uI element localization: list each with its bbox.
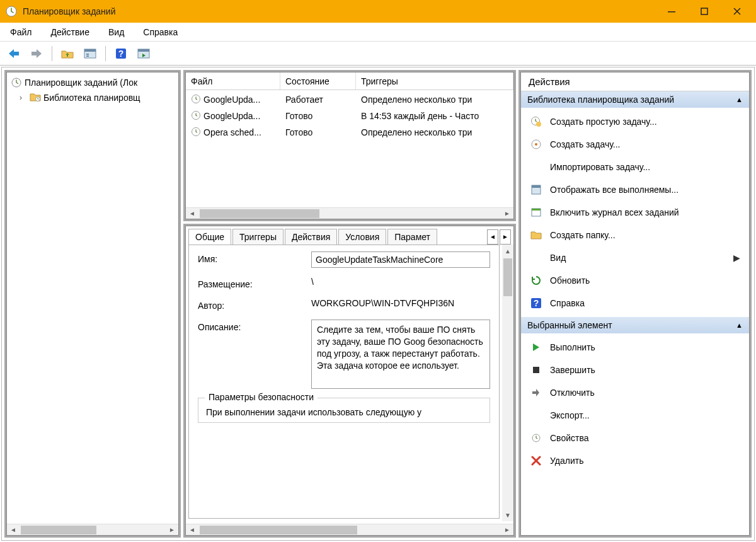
col-file[interactable]: Файл xyxy=(186,72,280,89)
close-button[interactable] xyxy=(721,0,753,23)
section-selected[interactable]: Выбранный элемент ▲ xyxy=(521,317,749,333)
table-row[interactable]: GoogleUpda... Работает Определено нескол… xyxy=(186,91,513,108)
tab-triggers[interactable]: Триггеры xyxy=(232,229,284,245)
col-triggers[interactable]: Триггеры xyxy=(356,72,513,89)
help-icon: ? xyxy=(530,297,542,309)
action-label: Включить журнал всех заданий xyxy=(550,207,679,217)
tree-hscroll[interactable]: ◄► xyxy=(7,524,178,535)
svg-rect-21 xyxy=(532,185,541,188)
col-state[interactable]: Состояние xyxy=(280,72,356,89)
tab-general[interactable]: Общие xyxy=(188,229,231,245)
svg-rect-23 xyxy=(532,209,541,210)
tab-conditions[interactable]: Условия xyxy=(338,229,386,245)
minimize-button[interactable] xyxy=(655,0,688,23)
security-legend: Параметры безопасности xyxy=(205,392,318,402)
clock-icon xyxy=(191,110,201,122)
maximize-button[interactable] xyxy=(688,0,721,23)
stop-icon xyxy=(530,364,542,376)
list-icon xyxy=(530,183,542,196)
tab-actions[interactable]: Действия xyxy=(285,229,337,245)
menubar: Файл Действие Вид Справка xyxy=(0,23,756,42)
details-vscroll[interactable]: ▲▼ xyxy=(502,245,513,521)
label-name: Имя: xyxy=(198,251,311,264)
clock-icon xyxy=(191,127,201,139)
clock-gear-icon xyxy=(530,138,542,151)
back-button[interactable] xyxy=(5,45,23,62)
tab-scroll-left[interactable]: ◄ xyxy=(487,229,498,245)
action-delete[interactable]: Удалить xyxy=(521,449,749,472)
folder-icon xyxy=(30,92,41,104)
svg-rect-5 xyxy=(86,54,89,55)
action-import-task[interactable]: Импортировать задачу... xyxy=(521,156,749,178)
action-enable-history[interactable]: Включить журнал всех заданий xyxy=(521,201,749,224)
task-state: Готово xyxy=(280,110,356,122)
label-description: Описание: xyxy=(198,320,311,332)
action-help[interactable]: ?Справка xyxy=(521,292,749,314)
task-grid-header: Файл Состояние Триггеры xyxy=(186,72,513,90)
menu-action[interactable]: Действие xyxy=(47,25,93,40)
separator xyxy=(52,46,52,61)
tab-scroll-right[interactable]: ► xyxy=(500,229,511,245)
folder-new-icon xyxy=(530,229,542,241)
task-name-field[interactable]: GoogleUpdateTaskMachineCore xyxy=(311,251,490,268)
tasklist-hscroll[interactable]: ◄► xyxy=(186,207,513,219)
clock-icon xyxy=(191,94,201,106)
table-row[interactable]: Opera sched... Готово Определено несколь… xyxy=(186,124,513,141)
help-button[interactable]: ? xyxy=(112,45,130,62)
tab-settings[interactable]: Парамет xyxy=(387,229,437,245)
main-area: Планировщик заданий (Лок › Библиотека пл… xyxy=(1,67,755,541)
task-state: Готово xyxy=(280,126,356,139)
action-view[interactable]: Вид▶ xyxy=(521,246,749,269)
action-disable[interactable]: Отключить xyxy=(521,381,749,404)
properties-button[interactable] xyxy=(81,45,99,62)
forward-button[interactable] xyxy=(28,45,45,62)
history-icon xyxy=(530,206,542,219)
menu-file[interactable]: Файл xyxy=(6,25,35,40)
action-run[interactable]: Выполнить xyxy=(521,336,749,359)
action-label: Выполнить xyxy=(550,342,595,352)
action-create-task[interactable]: Создать задачу... xyxy=(521,133,749,156)
security-text: При выполнении задачи использовать следу… xyxy=(206,407,482,417)
section-library-label: Библиотека планировщика заданий xyxy=(527,95,674,105)
menu-help[interactable]: Справка xyxy=(139,25,181,40)
task-state: Работает xyxy=(280,93,356,106)
task-location-value: \ xyxy=(311,277,490,287)
window-title: Планировщик заданий xyxy=(23,6,655,16)
action-end[interactable]: Завершить xyxy=(521,359,749,381)
svg-rect-10 xyxy=(138,49,149,52)
task-name: Opera sched... xyxy=(203,127,261,137)
svg-rect-1 xyxy=(668,11,675,13)
action-properties[interactable]: Свойства xyxy=(521,427,749,449)
expand-icon[interactable]: › xyxy=(20,93,27,102)
run-panel-button[interactable] xyxy=(135,45,152,62)
folder-up-button[interactable] xyxy=(59,45,76,62)
task-name: GoogleUpda... xyxy=(203,95,260,105)
action-new-folder[interactable]: Создать папку... xyxy=(521,224,749,246)
svg-point-19 xyxy=(535,143,537,146)
clock-plus-icon xyxy=(530,115,542,128)
svg-rect-4 xyxy=(84,49,96,52)
properties-icon xyxy=(530,432,542,444)
task-description-field[interactable]: Следите за тем, чтобы ваше ПО снять эту … xyxy=(311,320,490,389)
action-refresh[interactable]: Обновить xyxy=(521,269,749,292)
export-icon xyxy=(530,409,542,422)
task-triggers: Определено несколько три xyxy=(356,93,513,106)
task-details-panel: Общие Триггеры Действия Условия Парамет … xyxy=(183,224,516,538)
section-selected-label: Выбранный элемент xyxy=(527,320,612,330)
svg-rect-26 xyxy=(533,367,539,373)
tree-child-library[interactable]: › Библиотека планировщ xyxy=(11,90,175,105)
details-tabs: Общие Триггеры Действия Условия Парамет … xyxy=(188,229,511,245)
table-row[interactable]: GoogleUpda... Готово В 14:53 каждый день… xyxy=(186,108,513,124)
action-show-running[interactable]: Отображать все выполняемы... xyxy=(521,178,749,201)
section-library[interactable]: Библиотека планировщика заданий ▲ xyxy=(521,91,749,108)
action-export[interactable]: Экспорт... xyxy=(521,404,749,427)
collapse-icon[interactable]: ▲ xyxy=(736,321,743,329)
titlebar: Планировщик заданий xyxy=(0,0,756,23)
action-label: Создать папку... xyxy=(550,230,616,240)
tree-root[interactable]: Планировщик заданий (Лок xyxy=(11,75,175,90)
details-hscroll[interactable]: ◄► xyxy=(186,524,513,535)
action-create-basic-task[interactable]: Создать простую задачу... xyxy=(521,110,749,133)
collapse-icon[interactable]: ▲ xyxy=(736,96,743,103)
import-icon xyxy=(530,161,542,173)
menu-view[interactable]: Вид xyxy=(105,25,128,40)
